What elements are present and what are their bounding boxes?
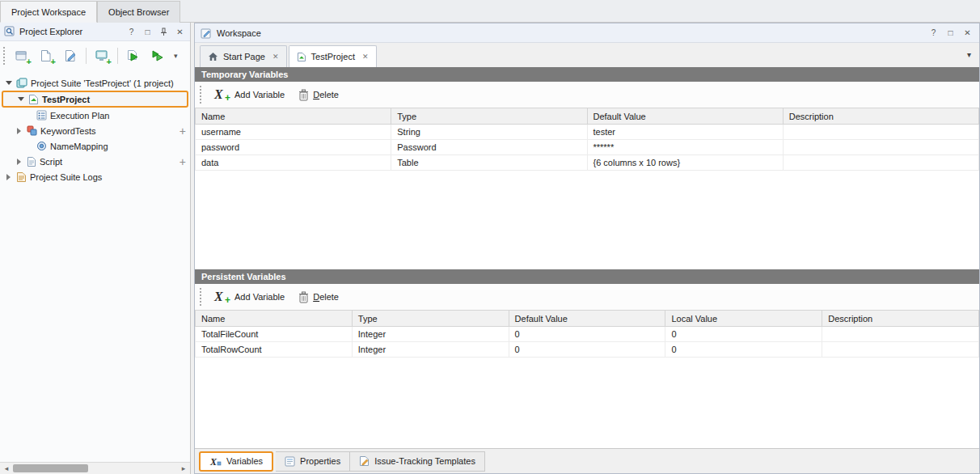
home-icon [208, 52, 218, 61]
project-explorer-header: Project Explorer ? □ ✕ [0, 23, 190, 41]
cell-type[interactable]: Integer [352, 327, 509, 342]
tree-item-execution-plan[interactable]: Execution Plan [0, 108, 190, 123]
persistent-variables-header: Persistent Variables [195, 269, 979, 284]
run-project-button[interactable] [123, 45, 144, 66]
app-tab-bar: Project Workspace Object Browser [0, 0, 980, 23]
expand-icon[interactable] [15, 159, 23, 165]
column-header-name: Name [196, 311, 353, 327]
cell-name[interactable]: password [196, 140, 391, 155]
tree-item-script[interactable]: Script + [0, 154, 190, 169]
run-profile-button[interactable] [147, 45, 168, 66]
cell-name[interactable]: TotalFileCount [196, 327, 353, 342]
help-icon[interactable]: ? [927, 27, 940, 40]
cell-default-value[interactable]: tester [587, 125, 783, 140]
new-project-suite-button[interactable]: + [11, 45, 32, 66]
toolbar-dropdown-icon[interactable]: ▾ [171, 52, 180, 60]
pin-icon[interactable] [158, 25, 170, 38]
new-project-button[interactable]: + [36, 45, 57, 66]
column-header-local-value: Local Value [665, 311, 822, 327]
tree-item-project-suite-logs[interactable]: Project Suite Logs [0, 169, 190, 184]
properties-icon [285, 456, 295, 467]
table-row[interactable]: password Password ****** [196, 140, 979, 155]
cell-default-value[interactable]: {6 columns x 10 rows} [587, 155, 783, 171]
cell-description[interactable] [783, 155, 978, 171]
add-item-icon[interactable]: + [176, 125, 186, 137]
toolbar-grip[interactable] [200, 86, 203, 104]
maximize-icon[interactable]: □ [142, 25, 154, 38]
project-icon [297, 52, 306, 62]
delete-variable-button[interactable]: Delete [294, 289, 343, 306]
cell-local-value[interactable]: 0 [665, 327, 822, 342]
cell-description[interactable] [783, 140, 978, 155]
cell-type[interactable]: String [391, 125, 587, 140]
cell-name[interactable]: data [196, 155, 391, 171]
open-file-button[interactable] [60, 45, 81, 66]
collapse-icon[interactable] [16, 97, 25, 101]
connect-source-control-button[interactable]: + [91, 45, 112, 66]
project-suite-icon [16, 78, 27, 89]
tree-item-keywordtests[interactable]: KeywordTests + [0, 123, 190, 138]
expand-icon[interactable] [4, 174, 13, 180]
cell-description[interactable] [822, 327, 979, 342]
trash-icon [298, 89, 309, 101]
help-icon[interactable]: ? [125, 25, 137, 38]
tab-label: Properties [300, 456, 340, 466]
tab-issue-tracking-templates[interactable]: Issue-Tracking Templates [350, 451, 485, 472]
delete-variable-button[interactable]: Delete [294, 87, 343, 104]
project-explorer-toolbar: + + + [0, 41, 190, 70]
maximize-icon[interactable]: □ [944, 27, 957, 40]
tab-project-workspace[interactable]: Project Workspace [0, 1, 97, 23]
variables-icon: X [209, 456, 222, 467]
plus-overlay-icon: + [107, 57, 112, 66]
table-row[interactable]: TotalFileCount Integer 0 0 [196, 327, 979, 342]
tree-item-label: Project Suite 'TestProject' (1 project) [31, 78, 174, 88]
tab-start-page[interactable]: Start Page ✕ [200, 45, 287, 67]
scroll-right-icon[interactable]: ▸ [177, 463, 190, 474]
table-row[interactable]: TotalRowCount Integer 0 0 [196, 342, 979, 358]
scroll-left-icon[interactable]: ◂ [0, 463, 13, 474]
tab-list-dropdown-icon[interactable]: ▾ [967, 50, 971, 59]
tab-close-icon[interactable]: ✕ [362, 53, 369, 61]
cell-type[interactable]: Integer [352, 342, 509, 358]
tab-variables[interactable]: X Variables [199, 451, 273, 472]
scrollbar-track[interactable] [13, 463, 177, 474]
tab-testproject[interactable]: TestProject ✕ [289, 45, 377, 67]
cell-description[interactable] [783, 125, 978, 140]
tree-item-testproject[interactable]: TestProject [2, 91, 188, 108]
cell-description[interactable] [822, 342, 979, 358]
add-variable-button[interactable]: X+ Add Variable [210, 287, 289, 307]
column-header-description: Description [822, 311, 979, 327]
cell-default-value[interactable]: 0 [509, 342, 665, 358]
scrollbar-thumb[interactable] [13, 464, 88, 472]
close-icon[interactable]: ✕ [961, 27, 974, 40]
cell-type[interactable]: Password [391, 140, 587, 155]
tab-label: Start Page [223, 52, 265, 61]
toolbar-grip[interactable] [3, 47, 6, 65]
tree-item-label: NameMapping [50, 142, 108, 151]
cell-default-value[interactable]: ****** [587, 140, 783, 155]
table-row[interactable]: username String tester [196, 125, 979, 140]
add-variable-button[interactable]: X+ Add Variable [210, 85, 289, 104]
tab-properties[interactable]: Properties [276, 451, 350, 472]
temporary-variables-header: Temporary Variables [195, 67, 979, 82]
collapse-icon[interactable] [4, 81, 13, 85]
tree-item-project-suite[interactable]: Project Suite 'TestProject' (1 project) [0, 75, 190, 91]
add-variable-label: Add Variable [234, 90, 285, 99]
tree-item-namemapping[interactable]: NameMapping [0, 138, 190, 154]
project-explorer-icon [4, 26, 15, 37]
tab-object-browser[interactable]: Object Browser [97, 1, 180, 23]
cell-default-value[interactable]: 0 [509, 327, 665, 342]
close-icon[interactable]: ✕ [174, 25, 186, 38]
cell-local-value[interactable]: 0 [665, 342, 822, 358]
add-item-icon[interactable]: + [176, 156, 186, 167]
toolbar-grip[interactable] [200, 288, 203, 306]
cell-name[interactable]: TotalRowCount [196, 342, 353, 358]
tab-label: Variables [226, 456, 263, 466]
cell-name[interactable]: username [196, 125, 391, 140]
table-row[interactable]: data Table {6 columns x 10 rows} [196, 155, 979, 171]
section-title: Persistent Variables [201, 272, 286, 281]
tab-close-icon[interactable]: ✕ [272, 53, 279, 61]
cell-type[interactable]: Table [391, 155, 587, 171]
svg-text:X: X [209, 456, 218, 467]
expand-icon[interactable] [15, 128, 23, 134]
